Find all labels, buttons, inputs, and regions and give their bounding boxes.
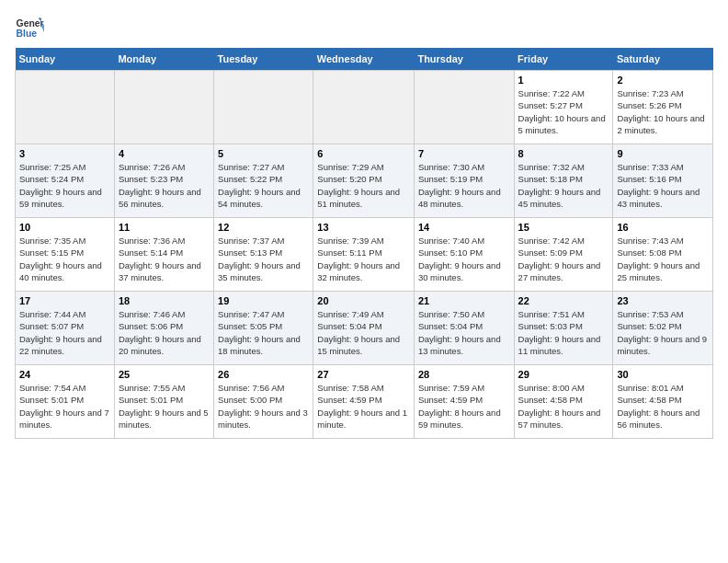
day-info: Sunrise: 7:33 AM Sunset: 5:16 PM Dayligh…: [617, 161, 709, 210]
day-info: Sunrise: 7:53 AM Sunset: 5:02 PM Dayligh…: [617, 308, 709, 357]
day-number: 18: [119, 295, 210, 306]
day-number: 19: [218, 295, 309, 306]
calendar-cell: [16, 71, 115, 144]
day-info: Sunrise: 7:30 AM Sunset: 5:19 PM Dayligh…: [418, 161, 510, 210]
calendar-cell: 15Sunrise: 7:42 AM Sunset: 5:09 PM Dayli…: [514, 218, 613, 292]
calendar-cell: [114, 71, 213, 144]
day-info: Sunrise: 7:39 AM Sunset: 5:11 PM Dayligh…: [317, 235, 410, 283]
day-info: Sunrise: 7:42 AM Sunset: 5:09 PM Dayligh…: [518, 235, 609, 283]
day-number: 1: [518, 75, 609, 86]
calendar-cell: 17Sunrise: 7:44 AM Sunset: 5:07 PM Dayli…: [16, 292, 115, 365]
day-info: Sunrise: 7:22 AM Sunset: 5:27 PM Dayligh…: [518, 87, 609, 136]
calendar-header-row: SundayMondayTuesdayWednesdayThursdayFrid…: [16, 48, 713, 71]
day-number: 8: [518, 148, 609, 159]
day-info: Sunrise: 7:58 AM Sunset: 4:59 PM Dayligh…: [317, 382, 410, 431]
day-number: 29: [518, 369, 609, 380]
svg-text:Blue: Blue: [17, 29, 38, 39]
day-number: 2: [617, 75, 709, 86]
day-number: 7: [418, 148, 510, 159]
calendar-cell: 26Sunrise: 7:56 AM Sunset: 5:00 PM Dayli…: [214, 365, 313, 439]
day-number: 14: [418, 222, 510, 233]
day-number: 21: [418, 295, 510, 306]
logo-icon: General Blue: [15, 15, 44, 40]
calendar-cell: 19Sunrise: 7:47 AM Sunset: 5:05 PM Dayli…: [214, 292, 313, 365]
header: General Blue: [15, 15, 713, 40]
day-info: Sunrise: 7:23 AM Sunset: 5:26 PM Dayligh…: [617, 87, 709, 136]
calendar-cell: 25Sunrise: 7:55 AM Sunset: 5:01 PM Dayli…: [114, 365, 213, 439]
calendar-body: 1Sunrise: 7:22 AM Sunset: 5:27 PM Daylig…: [16, 71, 713, 439]
day-number: 25: [119, 369, 210, 380]
week-row-4: 17Sunrise: 7:44 AM Sunset: 5:07 PM Dayli…: [16, 292, 713, 365]
day-header-wednesday: Wednesday: [313, 48, 415, 71]
day-number: 3: [19, 148, 110, 159]
day-header-saturday: Saturday: [613, 48, 713, 71]
day-info: Sunrise: 7:44 AM Sunset: 5:07 PM Dayligh…: [19, 308, 110, 357]
calendar-cell: 6Sunrise: 7:29 AM Sunset: 5:20 PM Daylig…: [313, 144, 415, 218]
day-number: 24: [19, 369, 110, 380]
day-number: 5: [218, 148, 309, 159]
day-number: 13: [317, 222, 410, 233]
day-header-tuesday: Tuesday: [214, 48, 313, 71]
day-info: Sunrise: 8:00 AM Sunset: 4:58 PM Dayligh…: [518, 382, 609, 431]
calendar-cell: 18Sunrise: 7:46 AM Sunset: 5:06 PM Dayli…: [114, 292, 213, 365]
calendar-cell: [313, 71, 415, 144]
day-info: Sunrise: 7:55 AM Sunset: 5:01 PM Dayligh…: [119, 382, 210, 431]
day-info: Sunrise: 7:54 AM Sunset: 5:01 PM Dayligh…: [19, 382, 110, 431]
calendar-cell: 8Sunrise: 7:32 AM Sunset: 5:18 PM Daylig…: [514, 144, 613, 218]
calendar-cell: 7Sunrise: 7:30 AM Sunset: 5:19 PM Daylig…: [414, 144, 514, 218]
day-number: 6: [317, 148, 410, 159]
calendar-cell: [414, 71, 514, 144]
day-number: 30: [617, 369, 709, 380]
calendar-cell: 11Sunrise: 7:36 AM Sunset: 5:14 PM Dayli…: [114, 218, 213, 292]
calendar-cell: 27Sunrise: 7:58 AM Sunset: 4:59 PM Dayli…: [313, 365, 415, 439]
calendar-cell: 30Sunrise: 8:01 AM Sunset: 4:58 PM Dayli…: [613, 365, 713, 439]
logo: General Blue: [15, 15, 44, 40]
week-row-3: 10Sunrise: 7:35 AM Sunset: 5:15 PM Dayli…: [16, 218, 713, 292]
day-info: Sunrise: 8:01 AM Sunset: 4:58 PM Dayligh…: [617, 382, 709, 431]
day-number: 10: [19, 222, 110, 233]
day-number: 20: [317, 295, 410, 306]
calendar-cell: 23Sunrise: 7:53 AM Sunset: 5:02 PM Dayli…: [613, 292, 713, 365]
day-info: Sunrise: 7:46 AM Sunset: 5:06 PM Dayligh…: [119, 308, 210, 357]
day-info: Sunrise: 7:29 AM Sunset: 5:20 PM Dayligh…: [317, 161, 410, 210]
day-info: Sunrise: 7:25 AM Sunset: 5:24 PM Dayligh…: [19, 161, 110, 210]
calendar-cell: [214, 71, 313, 144]
calendar-cell: 14Sunrise: 7:40 AM Sunset: 5:10 PM Dayli…: [414, 218, 514, 292]
calendar-cell: 9Sunrise: 7:33 AM Sunset: 5:16 PM Daylig…: [613, 144, 713, 218]
calendar-cell: 2Sunrise: 7:23 AM Sunset: 5:26 PM Daylig…: [613, 71, 713, 144]
day-info: Sunrise: 7:43 AM Sunset: 5:08 PM Dayligh…: [617, 235, 709, 283]
day-info: Sunrise: 7:56 AM Sunset: 5:00 PM Dayligh…: [218, 382, 309, 431]
calendar-cell: 24Sunrise: 7:54 AM Sunset: 5:01 PM Dayli…: [16, 365, 115, 439]
week-row-5: 24Sunrise: 7:54 AM Sunset: 5:01 PM Dayli…: [16, 365, 713, 439]
day-number: 23: [617, 295, 709, 306]
day-info: Sunrise: 7:59 AM Sunset: 4:59 PM Dayligh…: [418, 382, 510, 431]
calendar-cell: 28Sunrise: 7:59 AM Sunset: 4:59 PM Dayli…: [414, 365, 514, 439]
calendar-cell: 21Sunrise: 7:50 AM Sunset: 5:04 PM Dayli…: [414, 292, 514, 365]
week-row-1: 1Sunrise: 7:22 AM Sunset: 5:27 PM Daylig…: [16, 71, 713, 144]
calendar-cell: 10Sunrise: 7:35 AM Sunset: 5:15 PM Dayli…: [16, 218, 115, 292]
calendar-cell: 4Sunrise: 7:26 AM Sunset: 5:23 PM Daylig…: [114, 144, 213, 218]
calendar-cell: 1Sunrise: 7:22 AM Sunset: 5:27 PM Daylig…: [514, 71, 613, 144]
calendar-cell: 12Sunrise: 7:37 AM Sunset: 5:13 PM Dayli…: [214, 218, 313, 292]
day-header-friday: Friday: [514, 48, 613, 71]
calendar-cell: 16Sunrise: 7:43 AM Sunset: 5:08 PM Dayli…: [613, 218, 713, 292]
day-header-monday: Monday: [114, 48, 213, 71]
calendar-cell: 29Sunrise: 8:00 AM Sunset: 4:58 PM Dayli…: [514, 365, 613, 439]
calendar-cell: 13Sunrise: 7:39 AM Sunset: 5:11 PM Dayli…: [313, 218, 415, 292]
day-number: 15: [518, 222, 609, 233]
day-header-thursday: Thursday: [414, 48, 514, 71]
day-number: 4: [119, 148, 210, 159]
week-row-2: 3Sunrise: 7:25 AM Sunset: 5:24 PM Daylig…: [16, 144, 713, 218]
day-number: 12: [218, 222, 309, 233]
day-number: 17: [19, 295, 110, 306]
day-info: Sunrise: 7:32 AM Sunset: 5:18 PM Dayligh…: [518, 161, 609, 210]
day-info: Sunrise: 7:50 AM Sunset: 5:04 PM Dayligh…: [418, 308, 510, 357]
calendar-table: SundayMondayTuesdayWednesdayThursdayFrid…: [15, 48, 713, 439]
day-info: Sunrise: 7:40 AM Sunset: 5:10 PM Dayligh…: [418, 235, 510, 283]
day-header-sunday: Sunday: [16, 48, 115, 71]
day-number: 28: [418, 369, 510, 380]
day-number: 16: [617, 222, 709, 233]
day-number: 9: [617, 148, 709, 159]
day-info: Sunrise: 7:51 AM Sunset: 5:03 PM Dayligh…: [518, 308, 609, 357]
day-info: Sunrise: 7:49 AM Sunset: 5:04 PM Dayligh…: [317, 308, 410, 357]
